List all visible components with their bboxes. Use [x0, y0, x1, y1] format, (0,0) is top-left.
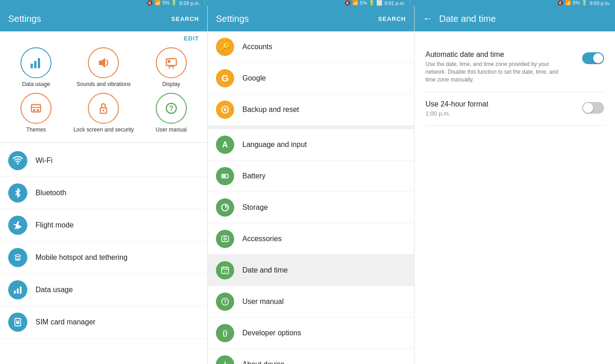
status-bar-1: 🔇 📶 5% 🔋 8:59 p.m. — [0, 0, 205, 6]
date-time-label: Date and time — [242, 266, 288, 274]
svg-rect-19 — [17, 288, 19, 293]
grid-list-divider — [0, 142, 207, 143]
user-manual2-label: User manual — [242, 298, 284, 306]
svg-rect-31 — [222, 236, 229, 242]
24hour-info: Use 24-hour format 1:00 p.m. — [425, 100, 573, 117]
flight-mode-label: Flight mode — [36, 221, 74, 229]
back-button[interactable]: ← — [423, 13, 433, 25]
svg-rect-20 — [20, 287, 22, 294]
grid-item-lock-screen[interactable]: Lock screen and security — [72, 93, 135, 134]
panel2-item-language[interactable]: A Language and input — [208, 129, 414, 161]
status-bars: 🔇 📶 5% 🔋 8:59 p.m. 🔇 📶 5% 🔋 ⬜ 9:01 p.m. … — [0, 0, 615, 6]
auto-date-title: Automatic date and time — [425, 51, 573, 59]
svg-text:31: 31 — [224, 271, 226, 273]
list-item-sim-card[interactable]: SIM card manager — [0, 306, 207, 339]
panel3-content: Automatic date and time Use the date, ti… — [415, 31, 615, 364]
grid-item-themes[interactable]: Themes — [5, 93, 67, 134]
sim-card-icon — [8, 313, 27, 332]
svg-rect-33 — [224, 236, 226, 237]
lock-screen-icon — [88, 93, 119, 124]
svg-rect-5 — [169, 66, 174, 67]
panel2-title: Settings — [216, 14, 249, 24]
status-bar-2: 🔇 📶 5% 🔋 ⬜ 9:01 p.m. — [205, 0, 410, 6]
user-manual-icon: ? — [156, 93, 187, 124]
panel2-item-battery[interactable]: Battery — [208, 161, 414, 192]
svg-rect-24 — [18, 320, 20, 321]
battery-icon — [216, 167, 234, 185]
svg-rect-7 — [31, 105, 41, 112]
google-label: Google — [242, 74, 266, 82]
grid-item-user-manual[interactable]: ? User manual — [140, 93, 203, 134]
about-icon: i — [216, 355, 234, 364]
backup-icon — [216, 101, 234, 119]
sounds-icon — [88, 47, 119, 78]
grid-item-sounds[interactable]: Sounds and vibrations — [72, 47, 135, 88]
panel2-item-google[interactable]: G Google — [208, 63, 414, 94]
status-time-1: 8:59 p.m. — [179, 0, 200, 6]
24hour-row: Use 24-hour format 1:00 p.m. — [425, 92, 604, 126]
24hour-subtitle: 1:00 p.m. — [425, 110, 573, 117]
svg-rect-2 — [38, 58, 40, 68]
hotspot-label: Mobile hotspot and tethering — [36, 253, 128, 262]
24hour-thumb — [583, 103, 593, 113]
24hour-toggle[interactable] — [582, 102, 604, 114]
list-item-wifi[interactable]: Wi-Fi — [0, 145, 207, 177]
panel1-edit-area: EDIT — [0, 31, 207, 44]
storage-label: Storage — [242, 203, 268, 212]
panel2-item-developer[interactable]: {} Developer options — [208, 318, 414, 349]
panel2-item-date-time[interactable]: 31 Date and time — [208, 255, 414, 286]
display-icon — [156, 47, 187, 78]
auto-date-toggle[interactable] — [582, 52, 604, 64]
list-item-hotspot[interactable]: Mobile hotspot and tethering — [0, 242, 207, 274]
panel1-title: Settings — [8, 14, 41, 24]
panel2-item-user-manual[interactable]: ? User manual — [208, 286, 414, 318]
section-divider — [208, 126, 414, 129]
status-icons-1: 🔇 📶 5% 🔋 — [147, 0, 177, 6]
wifi-icon — [8, 151, 27, 170]
panel2-item-storage[interactable]: Storage — [208, 192, 414, 223]
svg-point-10 — [37, 109, 39, 111]
svg-text:?: ? — [224, 299, 226, 304]
panel3-title: Date and time — [439, 14, 496, 24]
data-usage-label: Data usage — [22, 81, 50, 88]
display-label: Display — [162, 81, 180, 88]
data-usage-list-icon — [8, 280, 27, 299]
status-time-3: 9:00 p.m. — [589, 0, 610, 6]
panel2-search-button[interactable]: SEARCH — [378, 15, 406, 22]
panel2-item-about[interactable]: i About device — [208, 349, 414, 364]
themes-label: Themes — [26, 126, 46, 134]
svg-point-9 — [33, 109, 36, 111]
grid-item-display[interactable]: Display — [140, 47, 203, 88]
auto-date-info: Automatic date and time Use the date, ti… — [425, 51, 573, 83]
panel2-item-list: 🔑 Accounts G Google Backup and reset A L… — [208, 31, 414, 364]
about-label: About device — [242, 360, 285, 364]
themes-icon — [20, 93, 51, 124]
auto-date-thumb — [593, 53, 603, 63]
language-icon: A — [216, 136, 234, 154]
accounts-label: Accounts — [242, 43, 272, 51]
panel1-search-button[interactable]: SEARCH — [171, 15, 199, 22]
flight-mode-icon — [8, 216, 27, 235]
grid-item-data-usage[interactable]: Data usage — [5, 47, 67, 88]
accounts-icon: 🔑 — [216, 38, 234, 56]
list-item-flight-mode[interactable]: Flight mode — [0, 209, 207, 242]
list-item-data-usage[interactable]: Data usage — [0, 274, 207, 306]
data-usage-list-label: Data usage — [36, 286, 73, 294]
svg-text:?: ? — [169, 105, 174, 112]
bluetooth-label: Bluetooth — [36, 189, 67, 197]
panel2-header: Settings SEARCH — [208, 6, 414, 31]
svg-rect-28 — [228, 175, 229, 177]
user-manual2-icon: ? — [216, 293, 234, 311]
panel2-item-backup[interactable]: Backup and reset — [208, 94, 414, 126]
svg-rect-0 — [31, 64, 33, 68]
panel2-item-accessories[interactable]: Accessories — [208, 223, 414, 255]
panel2-item-accounts[interactable]: 🔑 Accounts — [208, 31, 414, 63]
edit-button[interactable]: EDIT — [184, 35, 199, 42]
svg-marker-3 — [99, 58, 105, 68]
accessories-icon — [216, 230, 234, 248]
accessories-label: Accessories — [242, 235, 282, 243]
panel-settings-secondary: Settings SEARCH 🔑 Accounts G Google Back… — [208, 6, 415, 364]
panel1-list: Wi-Fi Bluetooth Flight mode — [0, 145, 207, 364]
list-item-bluetooth[interactable]: Bluetooth — [0, 177, 207, 209]
status-time-2: 9:01 p.m. — [384, 0, 405, 6]
